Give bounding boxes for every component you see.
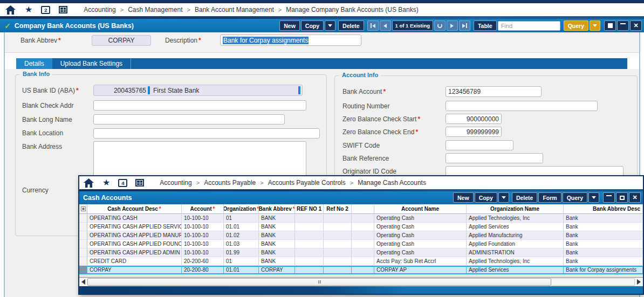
bank-account-input[interactable] [446,86,542,97]
cell[interactable] [295,223,324,231]
cell[interactable]: Bank [564,214,643,223]
table-row[interactable]: OPERATING CASH10-100-1001BANKOperating C… [79,214,643,223]
cell[interactable] [324,266,352,274]
cell[interactable] [352,248,374,257]
cell[interactable]: ADMINISTRATION [467,248,564,257]
cell[interactable]: 01 [224,214,259,223]
select-all-checkbox[interactable] [81,206,86,211]
cell[interactable]: Operating Cash [374,231,467,240]
row-selector[interactable] [79,214,87,223]
find-input[interactable] [498,21,560,31]
description-input[interactable]: Bank for Corpay assignments [220,34,361,46]
home-icon[interactable] [84,178,94,188]
column-header-account[interactable]: Account* [182,204,224,214]
table-row[interactable]: CREDIT CARD20-200-6001BANKAccts Pay: Sub… [79,257,643,266]
cell[interactable]: Applied Foundation [467,240,564,248]
horizontal-scrollbar[interactable] [79,277,643,286]
breadcrumb-item[interactable]: Accounts Payable Controls [268,179,346,187]
tab-upload-bank-settings[interactable]: Upload Bank Settings [52,58,131,69]
cell[interactable]: Accts Pay: Sub Ret Accrl [374,257,467,266]
home-icon[interactable] [5,5,16,15]
apps-grid-icon[interactable] [135,179,144,187]
cell[interactable]: 10-100-10 [182,248,224,257]
cell[interactable]: 10-100-10 [182,214,224,223]
swift-code-input[interactable] [446,140,513,150]
cell[interactable]: BANK [259,214,295,223]
minimize-button[interactable] [603,192,615,203]
query-dropdown-button[interactable] [590,20,600,31]
copy-button[interactable]: Copy [475,192,497,203]
us-bank-id-field[interactable]: 200435765 First State Bank [93,85,303,96]
table-row[interactable]: OPERATING CASH APPLIED SERVICE10-100-100… [79,223,643,231]
cell[interactable] [295,231,324,240]
bank-location-input[interactable] [93,128,320,139]
minimize-button[interactable] [617,20,629,31]
cell[interactable]: BANK [259,248,295,257]
cell[interactable]: OPERATING CASH APPLIED MANUFAC [87,231,182,240]
row-selector[interactable] [79,231,87,240]
cell[interactable]: BANK [259,240,295,248]
cell[interactable]: 01.03 [224,240,259,248]
table-view-button[interactable]: Table [474,20,497,31]
first-record-button[interactable] [367,20,379,31]
routing-number-input[interactable] [446,101,598,111]
maximize-button[interactable] [616,192,628,203]
breadcrumb-item[interactable]: Cash Management [128,6,182,13]
cell[interactable] [324,231,352,240]
cell[interactable] [324,257,352,266]
cell[interactable]: Bank [564,223,643,231]
copy-dropdown-button[interactable] [498,192,509,203]
bank-abbrev-field[interactable]: CORPAY [92,35,151,46]
cell[interactable]: 01.01 [224,223,259,231]
cell[interactable] [324,240,352,248]
cell[interactable]: Operating Cash [374,248,467,257]
cell[interactable] [352,223,374,231]
cell[interactable]: Operating Cash [374,214,467,223]
cell[interactable]: CREDIT CARD [87,257,182,266]
query-dropdown-button[interactable] [588,192,599,203]
cell[interactable] [352,257,374,266]
cell[interactable]: CORPAY AP [374,266,467,274]
cell[interactable] [352,266,374,274]
breadcrumb-item[interactable]: Manage Cash Accounts [358,179,426,187]
zero-balance-check-end-input[interactable] [446,127,502,137]
form-view-button[interactable]: Form [538,192,561,203]
cell[interactable]: 10-100-10 [182,240,224,248]
cell[interactable]: Operating Cash [374,240,467,248]
cell[interactable] [352,214,374,223]
column-header-bank-abbrev-desc[interactable]: Bank Abbrev Desc [564,204,643,214]
apps-grid-icon[interactable] [59,6,67,13]
column-header-cash-account-desc[interactable]: Cash Account Desc* [87,204,182,214]
favorites-star-icon[interactable]: ★ [25,5,32,14]
breadcrumb-item[interactable]: Accounts Payable [204,179,256,187]
row-selector[interactable] [79,223,87,231]
cell[interactable]: BANK [259,231,295,240]
cell[interactable]: OPERATING CASH APPLIED FOUNCAT [87,240,182,248]
row-selector[interactable] [79,240,87,248]
column-header-bank-abbrev[interactable]: Bank Abbrev* [259,204,295,214]
cell[interactable]: Operating Cash [374,223,467,231]
cell[interactable]: OPERATING CASH APPLIED ADMIN [87,248,182,257]
bank-long-name-input[interactable] [93,114,285,125]
row-selector[interactable] [79,248,87,257]
close-button[interactable]: ✕ [630,20,642,31]
new-button[interactable]: New [279,20,300,31]
favorites-star-icon[interactable]: ★ [102,178,110,187]
cell[interactable]: Applied Services [467,266,564,274]
cell[interactable] [324,248,352,257]
breadcrumb-item[interactable]: Accounting [160,179,191,187]
scrollbar-thumb[interactable] [87,278,551,286]
cell[interactable]: Bank [564,248,643,257]
last-record-button[interactable] [459,20,470,31]
open-tabs-badge[interactable]: 4 [118,179,127,187]
query-button[interactable]: Query [563,192,587,203]
cell[interactable]: 01.01 [224,266,259,274]
cell[interactable]: OPERATING CASH [87,214,182,223]
cell[interactable]: 01.99 [224,248,259,257]
table-row[interactable]: OPERATING CASH APPLIED ADMIN10-100-1001.… [79,248,643,257]
cell[interactable] [295,266,324,274]
table-row-selected[interactable]: CORPAY20-200-8001.01CORPAYCORPAY APAppli… [79,266,643,274]
cell[interactable]: BANK [259,223,295,231]
row-selector[interactable] [79,257,87,266]
bank-reference-input[interactable] [446,153,543,163]
